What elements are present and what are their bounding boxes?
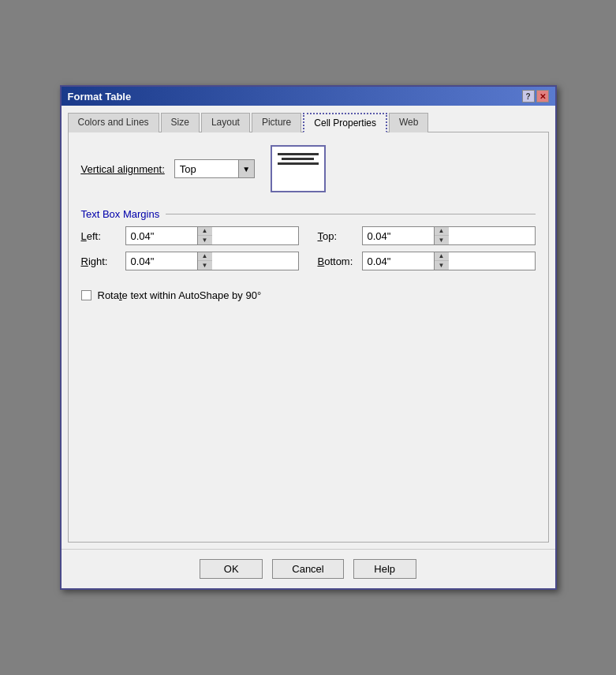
left-input[interactable] [126,229,197,244]
tabs-bar: Colors and Lines Size Layout Picture Cel… [68,112,549,132]
tab-size[interactable]: Size [161,113,200,132]
left-decrement-btn[interactable]: ▼ [198,236,212,244]
tab-cell-properties[interactable]: Cell Properties [303,113,387,132]
margin-top-row: Top: ▲ ▼ [318,226,536,245]
help-title-btn[interactable]: ? [522,90,535,103]
right-input[interactable] [126,254,197,269]
tab-picture[interactable]: Picture [252,113,301,132]
right-spinner[interactable]: ▲ ▼ [125,252,299,270]
bottom-spinner-buttons: ▲ ▼ [434,252,449,270]
tab-colors-lines[interactable]: Colors and Lines [68,113,159,132]
bottom-increment-btn[interactable]: ▲ [435,252,449,261]
alignment-row: Vertical alignment: ▼ [81,145,536,192]
margin-left-row: Left: ▲ ▼ [81,226,299,245]
tab-content-cell-properties: Vertical alignment: ▼ Text Box Margins [68,132,549,543]
rotate-row: Rotate text within AutoShape by 90° [81,289,536,301]
preview-line-3 [278,162,319,165]
format-table-dialog: Format Table ? ✕ Colors and Lines Size L… [60,85,557,590]
title-bar-controls: ? ✕ [522,90,549,103]
top-spinner-buttons: ▲ ▼ [434,227,449,244]
preview-lines [275,150,321,165]
alignment-input[interactable] [175,162,238,177]
tab-web[interactable]: Web [389,113,428,132]
preview-line-1 [278,153,319,155]
tab-layout[interactable]: Layout [201,113,250,132]
bottom-decrement-btn[interactable]: ▼ [435,261,449,270]
bottom-spinner[interactable]: ▲ ▼ [362,252,536,270]
alignment-preview [271,145,326,192]
cancel-button[interactable]: Cancel [272,559,343,579]
top-decrement-btn[interactable]: ▼ [435,236,449,244]
right-spinner-buttons: ▲ ▼ [197,252,212,270]
top-label: Top: [318,230,356,242]
rotate-checkbox[interactable] [81,290,91,300]
dialog-footer: OK Cancel Help [62,549,555,588]
top-spinner[interactable]: ▲ ▼ [362,226,536,245]
top-input[interactable] [363,229,434,244]
margin-right-row: Right: ▲ ▼ [81,252,299,270]
rotate-label: Rotate text within AutoShape by 90° [98,289,262,301]
bottom-input[interactable] [363,254,434,269]
alignment-arrow-icon[interactable]: ▼ [238,160,254,177]
right-decrement-btn[interactable]: ▼ [198,261,212,270]
margins-grid: Left: ▲ ▼ Top: [81,226,536,270]
left-spinner[interactable]: ▲ ▼ [125,226,299,245]
left-label: Left: [81,230,119,242]
section-title-label: Text Box Margins [81,208,160,220]
text-box-margins-header: Text Box Margins [81,208,536,220]
close-title-btn[interactable]: ✕ [536,90,549,103]
title-bar: Format Table ? ✕ [62,87,555,106]
left-increment-btn[interactable]: ▲ [198,227,212,236]
left-spinner-buttons: ▲ ▼ [197,227,212,244]
preview-line-2 [282,158,314,160]
ok-button[interactable]: OK [200,559,263,579]
dialog-title: Format Table [68,91,132,103]
top-increment-btn[interactable]: ▲ [435,227,449,236]
margin-bottom-row: Bottom: ▲ ▼ [318,252,536,270]
right-increment-btn[interactable]: ▲ [198,252,212,261]
bottom-label: Bottom: [318,255,356,267]
alignment-label: Vertical alignment: [81,163,165,175]
dialog-body: Colors and Lines Size Layout Picture Cel… [62,106,555,549]
right-label: Right: [81,255,119,267]
help-button[interactable]: Help [353,559,416,579]
alignment-dropdown[interactable]: ▼ [174,159,255,178]
